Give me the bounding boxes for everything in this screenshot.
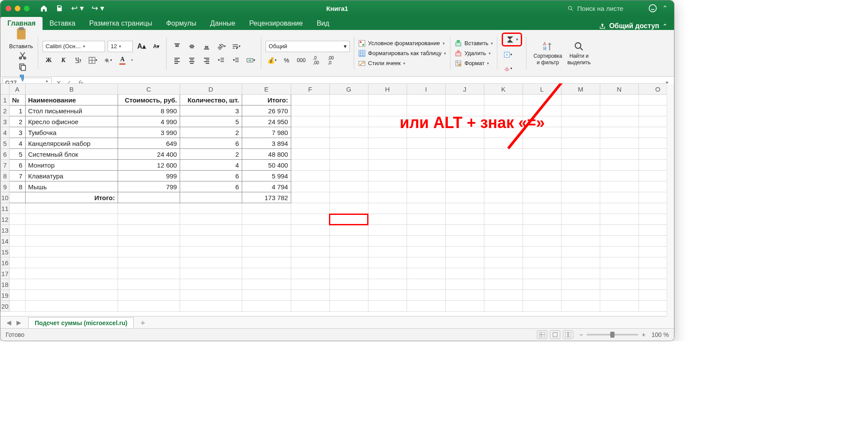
col-header-J[interactable]: J — [445, 84, 484, 95]
format-painter-icon[interactable] — [18, 74, 27, 82]
minimize-window[interactable] — [15, 6, 20, 11]
cell-G4[interactable] — [329, 127, 368, 138]
decrease-decimal-icon[interactable]: ,00,0 — [325, 55, 337, 66]
cell-F10[interactable] — [291, 192, 329, 203]
cell-I14[interactable] — [407, 236, 445, 247]
cell-I9[interactable] — [407, 181, 445, 192]
increase-decimal-icon[interactable]: ,0,00 — [310, 55, 322, 66]
cell-E10[interactable]: 173 782 — [242, 192, 291, 203]
row-header-4[interactable]: 4 — [1, 127, 10, 138]
currency-icon[interactable]: 💰▾ — [266, 55, 278, 66]
cell-N7[interactable] — [600, 160, 638, 171]
cell-K11[interactable] — [484, 203, 523, 214]
cell-E7[interactable]: 50 400 — [242, 160, 291, 171]
cut-icon[interactable] — [18, 51, 27, 60]
cell-N4[interactable] — [600, 127, 638, 138]
cell-C3[interactable]: 4 990 — [118, 116, 180, 127]
cell-H19[interactable] — [368, 290, 407, 301]
copy-icon[interactable] — [18, 63, 27, 71]
zoom-slider[interactable] — [586, 334, 638, 336]
row-header-19[interactable]: 19 — [1, 290, 10, 301]
cell-L18[interactable] — [523, 279, 561, 290]
close-window[interactable] — [6, 6, 11, 11]
cell-A16[interactable] — [9, 257, 25, 268]
cell-H11[interactable] — [368, 203, 407, 214]
cell-D9[interactable]: 6 — [180, 181, 242, 192]
cell-J16[interactable] — [445, 257, 484, 268]
sheet-prev-icon[interactable]: ◀ — [4, 319, 14, 326]
cell-M14[interactable] — [561, 236, 600, 247]
cell-G13[interactable] — [329, 225, 368, 236]
view-page-break-icon[interactable] — [563, 330, 573, 339]
cell-M7[interactable] — [561, 160, 600, 171]
cell-C20[interactable] — [118, 301, 180, 312]
cell-D16[interactable] — [180, 257, 242, 268]
col-header-I[interactable]: I — [407, 84, 445, 95]
cell-J1[interactable] — [445, 95, 484, 105]
cell-K1[interactable] — [484, 95, 523, 105]
cell-L4[interactable] — [523, 127, 561, 138]
decrease-font-icon[interactable]: A▾ — [150, 41, 162, 52]
number-format-dropdown[interactable]: Общий▾ — [266, 41, 350, 52]
cell-D17[interactable] — [180, 268, 242, 279]
cell-E4[interactable]: 7 980 — [242, 127, 291, 138]
col-header-D[interactable]: D — [180, 84, 242, 95]
autosum-button[interactable]: ▾ — [502, 33, 522, 46]
col-header-F[interactable]: F — [291, 84, 329, 95]
cell-A19[interactable] — [9, 290, 25, 301]
cell-I17[interactable] — [407, 268, 445, 279]
cell-H5[interactable] — [368, 138, 407, 149]
cell-D13[interactable] — [180, 225, 242, 236]
cell-J14[interactable] — [445, 236, 484, 247]
feedback-icon[interactable] — [648, 4, 657, 13]
cell-B8[interactable]: Клавиатура — [25, 171, 118, 181]
cell-J11[interactable] — [445, 203, 484, 214]
cell-M18[interactable] — [561, 279, 600, 290]
cell-E14[interactable] — [242, 236, 291, 247]
cell-K7[interactable] — [484, 160, 523, 171]
cell-G18[interactable] — [329, 279, 368, 290]
cell-E3[interactable]: 24 950 — [242, 116, 291, 127]
search-input[interactable] — [576, 4, 643, 13]
cell-C7[interactable]: 12 600 — [118, 160, 180, 171]
cell-H13[interactable] — [368, 225, 407, 236]
cell-C1[interactable]: Стоимость, руб. — [118, 95, 180, 105]
align-top-icon[interactable] — [171, 41, 183, 52]
cell-B6[interactable]: Системный блок — [25, 149, 118, 160]
cell-L6[interactable] — [523, 149, 561, 160]
col-header-A[interactable]: A — [9, 84, 25, 95]
spreadsheet-grid[interactable]: ABCDEFGHIJKLMNO1№НаименованиеСтоимость, … — [0, 83, 674, 316]
cell-J17[interactable] — [445, 268, 484, 279]
col-header-G[interactable]: G — [329, 84, 368, 95]
cell-N8[interactable] — [600, 171, 638, 181]
cell-E11[interactable] — [242, 203, 291, 214]
cell-F3[interactable] — [291, 116, 329, 127]
cell-H9[interactable] — [368, 181, 407, 192]
save-icon[interactable] — [56, 4, 63, 12]
cell-K15[interactable] — [484, 247, 523, 257]
cell-M1[interactable] — [561, 95, 600, 105]
cell-L9[interactable] — [523, 181, 561, 192]
cell-A7[interactable]: 6 — [9, 160, 25, 171]
cell-B20[interactable] — [25, 301, 118, 312]
cell-B16[interactable] — [25, 257, 118, 268]
cell-B3[interactable]: Кресло офисное — [25, 116, 118, 127]
cell-N10[interactable] — [600, 192, 638, 203]
cell-G10[interactable] — [329, 192, 368, 203]
cell-B9[interactable]: Мышь — [25, 181, 118, 192]
cell-B4[interactable]: Тумбочка — [25, 127, 118, 138]
cell-J3[interactable] — [445, 116, 484, 127]
cell-C15[interactable] — [118, 247, 180, 257]
cell-M3[interactable] — [561, 116, 600, 127]
cell-I4[interactable] — [407, 127, 445, 138]
cell-B13[interactable] — [25, 225, 118, 236]
cell-F7[interactable] — [291, 160, 329, 171]
cell-A9[interactable]: 8 — [9, 181, 25, 192]
align-middle-icon[interactable] — [186, 41, 198, 52]
cell-D20[interactable] — [180, 301, 242, 312]
cell-E19[interactable] — [242, 290, 291, 301]
cell-D7[interactable]: 4 — [180, 160, 242, 171]
cell-J19[interactable] — [445, 290, 484, 301]
cell-J4[interactable] — [445, 127, 484, 138]
cell-H6[interactable] — [368, 149, 407, 160]
